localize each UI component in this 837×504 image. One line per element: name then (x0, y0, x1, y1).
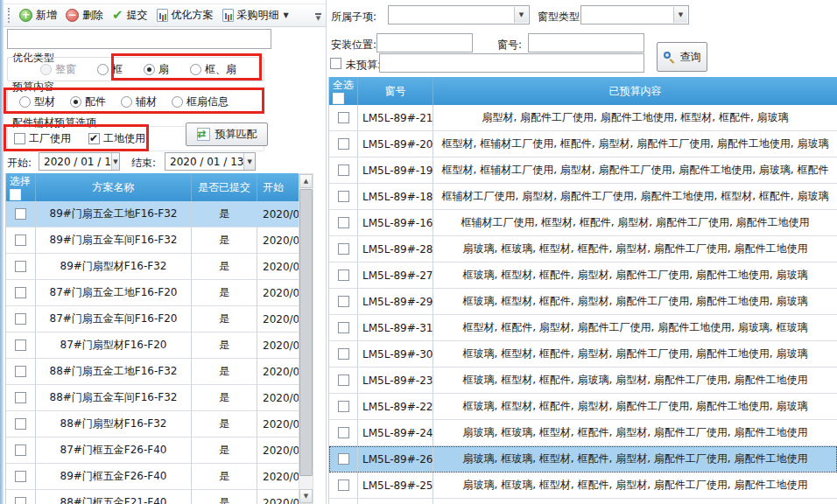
install-position-input[interactable] (376, 33, 473, 52)
window-table-row[interactable]: LM5L-89#-19F17框型材, 框辅材工厂使用, 扇型材, 扇配件工厂使用… (329, 158, 837, 184)
plan-table-scrollbar[interactable]: ▲ ▼ (299, 173, 313, 504)
start-date-picker[interactable]: 2020 / 01 / 1 ▼ (39, 152, 120, 171)
radio-icon[interactable] (172, 96, 183, 108)
row-checkbox[interactable] (15, 392, 26, 403)
row-checkbox[interactable] (15, 287, 26, 298)
plan-table-row[interactable]: 87#门扇型材F16-F20是2020/0 (6, 332, 299, 359)
plan-start-header[interactable]: 开始 (257, 173, 299, 201)
chevron-down-icon[interactable]: ▼ (111, 153, 119, 170)
chevron-down-icon[interactable]: ▼ (284, 11, 289, 19)
row-checkbox[interactable] (338, 112, 349, 123)
row-checkbox[interactable] (15, 444, 26, 456)
row-checkbox[interactable] (338, 138, 349, 150)
checkbox-icon[interactable] (14, 133, 25, 144)
radio-option[interactable]: 配件 (70, 94, 106, 109)
row-checkbox[interactable] (338, 374, 349, 386)
radio-option[interactable]: 扇 (144, 62, 169, 77)
scrollbar-thumb[interactable] (299, 189, 313, 476)
plan-table-row[interactable]: 88#门扇五金工地F16-F32是2020/0 (6, 359, 299, 385)
row-checkbox[interactable] (15, 497, 26, 504)
plan-submitted-header[interactable]: 是否已提交 (192, 173, 257, 201)
row-checkbox[interactable] (15, 471, 26, 482)
row-checkbox[interactable] (15, 234, 26, 246)
plan-table-row[interactable]: 89#门扇五金车间F16-F32是2020/0 (6, 228, 299, 254)
window-table-row[interactable]: LM5L-89#-26F24扇玻璃, 框玻璃, 框型材, 框配件, 扇型材, 扇… (329, 446, 837, 472)
window-select-all-checkbox[interactable] (333, 93, 344, 104)
radio-option[interactable]: 框扇信息 (172, 94, 229, 109)
row-checkbox[interactable] (15, 366, 26, 377)
window-type-combo[interactable]: ▼ (580, 5, 689, 24)
radio-option[interactable]: 整窗 (40, 62, 76, 77)
scroll-up-icon[interactable]: ▲ (299, 174, 313, 188)
toolbar-overflow-button[interactable]: ▼ (313, 9, 324, 25)
radio-option[interactable]: 型材 (19, 94, 55, 109)
row-checkbox[interactable] (338, 217, 349, 228)
radio-option[interactable]: 框、扇 (190, 62, 236, 77)
row-checkbox[interactable] (338, 480, 349, 491)
plan-table-row[interactable]: 89#门扇五金工地F16-F32是2020/0 (6, 201, 299, 228)
row-checkbox[interactable] (338, 191, 349, 202)
radio-icon[interactable] (19, 96, 31, 108)
plan-table-row[interactable]: 89#门框五金F26-F40是2020/0 (6, 464, 299, 490)
plan-table-row[interactable]: 87#门扇五金车间F16-F20是2020/0 (6, 306, 299, 332)
row-checkbox[interactable] (338, 270, 349, 281)
window-table-row[interactable]: LM5L-89#-25F23扇玻璃, 框玻璃, 框型材, 框配件, 扇型材, 扇… (329, 472, 837, 499)
window-table-row[interactable]: LM5L-89#-23F21框玻璃, 框型材, 框配件, 扇玻璃, 扇型材, 扇… (329, 368, 837, 394)
purchase-detail-button[interactable]: 采购明细 ▼ (219, 5, 294, 25)
checkbox-option[interactable]: 工地使用 (88, 131, 145, 146)
budgeted-content-header[interactable]: 已预算内容 (433, 77, 837, 105)
plan-select-all-checkbox[interactable] (10, 189, 21, 200)
radio-icon[interactable] (40, 64, 52, 75)
plan-table-row[interactable]: 87#门框五金F26-F40是2020/0 (6, 438, 299, 464)
chevron-down-icon[interactable]: ▼ (243, 153, 255, 170)
window-table-row[interactable]: LM5L-89#-16F15框辅材工厂使用, 框型材, 框配件, 扇型材, 扇配… (329, 210, 837, 236)
submit-button[interactable]: ✔ 提交 (109, 5, 153, 25)
optimize-plan-button[interactable]: 优化方案 (153, 5, 219, 25)
window-table-row[interactable]: LM5L-89#-18F16框辅材工厂使用, 扇型材, 扇配件工厂使用, 扇配件… (329, 184, 837, 210)
chevron-down-icon[interactable]: ▼ (514, 7, 528, 23)
chevron-down-icon[interactable]: ▼ (673, 7, 687, 23)
window-table-row[interactable]: LM5L-89#-31F29框型材, 框配件, 扇型材, 扇配件工厂使用, 扇配… (329, 315, 837, 341)
toolbar-grip[interactable] (8, 8, 12, 23)
radio-option[interactable]: 辅材 (121, 94, 157, 109)
radio-icon[interactable] (70, 96, 81, 108)
window-table-row[interactable]: LM5L-89#-20F18框型材, 框辅材工厂使用, 框配件, 扇型材, 扇配… (329, 131, 837, 158)
row-checkbox[interactable] (338, 453, 349, 465)
radio-option[interactable]: 框 (97, 62, 123, 77)
window-table-row[interactable]: LM5L-89#-28F26扇玻璃, 框玻璃, 框型材, 框配件, 扇型材, 扇… (329, 236, 837, 262)
row-checkbox[interactable] (15, 340, 26, 351)
row-checkbox[interactable] (338, 401, 349, 412)
window-table-row[interactable]: LM5L-89#-29F27框玻璃, 框型材, 框配件, 扇型材, 扇配件工厂使… (329, 289, 837, 315)
radio-icon[interactable] (121, 96, 132, 108)
window-no-header[interactable]: 窗号 (358, 77, 433, 105)
radio-icon[interactable] (97, 64, 109, 75)
delete-button[interactable]: − 删除 (62, 5, 109, 25)
row-checkbox[interactable] (338, 348, 349, 360)
window-table-row[interactable]: LM5L-89#-22F20框玻璃, 框型材, 框配件, 扇型材, 扇配件工厂使… (329, 394, 837, 420)
row-checkbox[interactable] (338, 243, 349, 255)
row-checkbox[interactable] (15, 261, 26, 272)
plan-table-row[interactable]: 87#门扇五金工地F16-F20是2020/0 (6, 280, 299, 306)
row-checkbox[interactable] (15, 208, 26, 220)
plan-table-row[interactable]: 88#门框五金F21-F40是2020/0 (6, 490, 299, 504)
window-table-row[interactable]: LM5L-89#-24F22扇玻璃, 框玻璃, 框型材, 框配件, 扇型材, 扇… (329, 420, 837, 446)
not-budgeted-checkbox[interactable] (330, 58, 341, 69)
sub-item-combo[interactable]: ▼ (388, 5, 530, 24)
search-button[interactable]: 查询 (657, 42, 707, 72)
row-checkbox[interactable] (338, 164, 349, 176)
radio-icon[interactable] (190, 64, 201, 75)
checkbox-icon[interactable] (88, 133, 100, 144)
plan-table-row[interactable]: 89#门扇型材F16-F32是2020/0 (6, 254, 299, 280)
radio-icon[interactable] (144, 64, 155, 75)
plan-filter-input[interactable] (7, 29, 271, 49)
row-checkbox[interactable] (15, 418, 26, 430)
checkbox-option[interactable]: 工厂使用 (14, 131, 71, 146)
window-table-row[interactable]: LM5L-89#-21F19扇型材, 扇配件工厂使用, 扇配件工地使用, 框型材… (329, 105, 837, 131)
row-checkbox[interactable] (338, 296, 349, 307)
budget-match-button[interactable]: 预算匹配 (186, 122, 268, 146)
plan-name-header[interactable]: 方案名称 (36, 173, 192, 201)
end-date-picker[interactable]: 2020 / 01 / 13 ▼ (165, 152, 256, 171)
plan-table-row[interactable]: 88#门扇型材F16-F32是2020/0 (6, 411, 299, 438)
plan-table-row[interactable]: 88#门扇五金车间F16-F32是2020/0 (6, 385, 299, 411)
row-checkbox[interactable] (338, 427, 349, 438)
